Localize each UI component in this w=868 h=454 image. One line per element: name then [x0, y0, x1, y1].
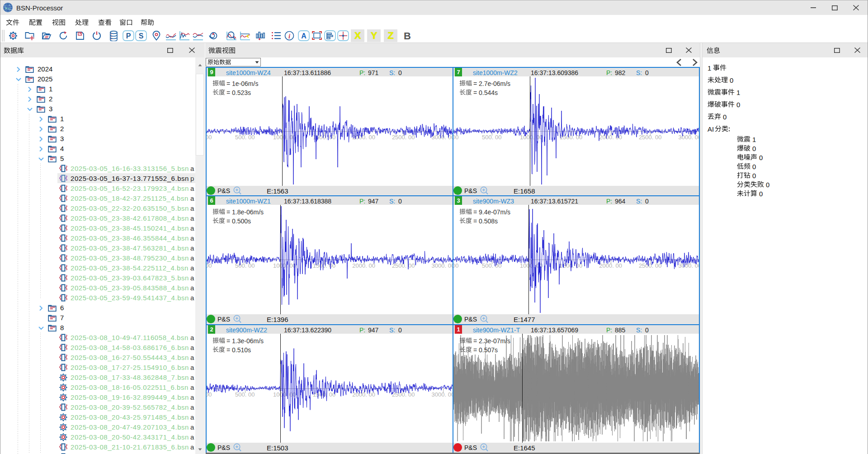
svg-text:S: S: [139, 32, 144, 40]
svg-text:P: P: [126, 32, 131, 40]
svg-text:i: i: [288, 33, 291, 40]
svg-text:A: A: [301, 32, 307, 40]
